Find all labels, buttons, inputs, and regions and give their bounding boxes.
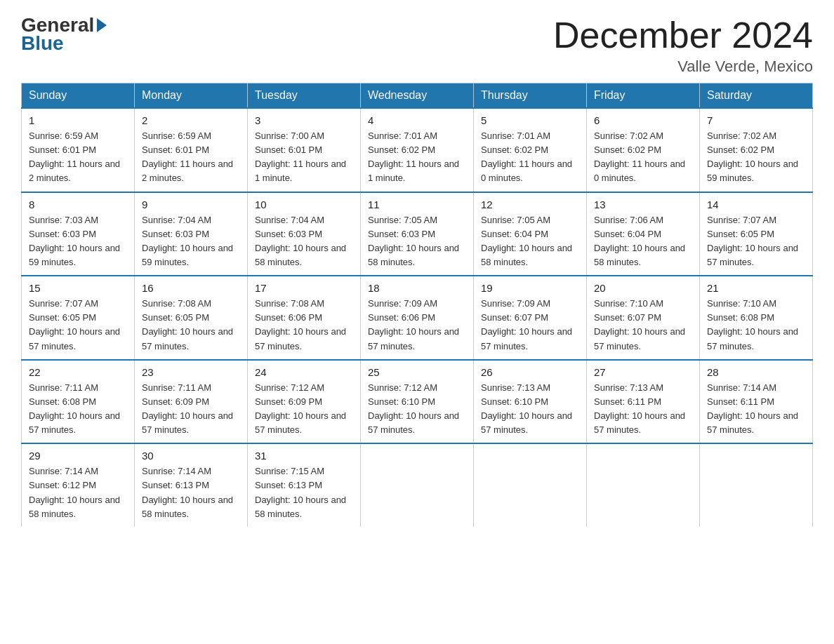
header-cell-wednesday: Wednesday: [361, 83, 474, 109]
sunrise-value: 7:04 AM: [291, 215, 324, 225]
calendar-body: 1 Sunrise: 6:59 AM Sunset: 6:01 PM Dayli…: [22, 108, 813, 527]
sunset-value: 6:01 PM: [289, 145, 322, 155]
sunrise-value: 7:11 AM: [178, 382, 211, 393]
calendar-cell: 1 Sunrise: 6:59 AM Sunset: 6:01 PM Dayli…: [22, 108, 135, 192]
sunrise-value: 7:07 AM: [743, 215, 776, 225]
calendar-cell: 3 Sunrise: 7:00 AM Sunset: 6:01 PM Dayli…: [248, 108, 361, 192]
sunset-label: Sunset:: [255, 396, 289, 407]
sunrise-label: Sunrise:: [29, 298, 65, 309]
sunset-label: Sunset:: [255, 480, 289, 490]
day-info: Sunrise: 7:14 AM Sunset: 6:11 PM Dayligh…: [707, 381, 805, 438]
day-info: Sunrise: 7:11 AM Sunset: 6:09 PM Dayligh…: [142, 381, 240, 438]
day-info: Sunrise: 7:14 AM Sunset: 6:12 PM Dayligh…: [29, 464, 127, 521]
sunrise-label: Sunrise:: [29, 466, 65, 476]
sunrise-value: 7:10 AM: [743, 298, 776, 309]
sunset-value: 6:09 PM: [176, 396, 209, 407]
sunrise-label: Sunrise:: [142, 466, 178, 476]
daylight-label: Daylight:: [594, 410, 632, 421]
calendar-cell: 9 Sunrise: 7:04 AM Sunset: 6:03 PM Dayli…: [135, 192, 248, 276]
daylight-label: Daylight:: [29, 495, 67, 505]
sunset-value: 6:07 PM: [628, 312, 661, 323]
sunrise-label: Sunrise:: [368, 130, 404, 141]
sunrise-label: Sunrise:: [142, 298, 178, 309]
header-row: SundayMondayTuesdayWednesdayThursdayFrid…: [22, 83, 813, 109]
sunset-label: Sunset:: [368, 229, 402, 239]
title-section: December 2024 Valle Verde, Mexico: [553, 14, 813, 76]
calendar-cell: 20 Sunrise: 7:10 AM Sunset: 6:07 PM Dayl…: [587, 276, 700, 360]
sunrise-label: Sunrise:: [481, 215, 517, 225]
day-info: Sunrise: 7:13 AM Sunset: 6:10 PM Dayligh…: [481, 381, 579, 438]
daylight-label: Daylight:: [368, 410, 406, 421]
daylight-label: Daylight:: [255, 410, 293, 421]
sunset-label: Sunset:: [368, 312, 402, 323]
sunrise-label: Sunrise:: [707, 298, 743, 309]
calendar-cell: 10 Sunrise: 7:04 AM Sunset: 6:03 PM Dayl…: [248, 192, 361, 276]
day-info: Sunrise: 7:07 AM Sunset: 6:05 PM Dayligh…: [29, 297, 127, 354]
daylight-label: Daylight:: [368, 243, 406, 253]
daylight-label: Daylight:: [255, 243, 293, 253]
calendar-header: SundayMondayTuesdayWednesdayThursdayFrid…: [22, 83, 813, 109]
sunrise-value: 7:03 AM: [65, 215, 98, 225]
sunrise-value: 7:00 AM: [291, 130, 324, 141]
calendar-cell: 27 Sunrise: 7:13 AM Sunset: 6:11 PM Dayl…: [587, 360, 700, 444]
sunset-label: Sunset:: [29, 145, 62, 155]
sunrise-value: 7:13 AM: [630, 382, 663, 393]
sunset-label: Sunset:: [368, 396, 402, 407]
daylight-label: Daylight:: [481, 326, 519, 337]
calendar-cell: 14 Sunrise: 7:07 AM Sunset: 6:05 PM Dayl…: [700, 192, 813, 276]
sunset-label: Sunset:: [707, 229, 741, 239]
sunrise-label: Sunrise:: [594, 382, 630, 393]
day-info: Sunrise: 6:59 AM Sunset: 6:01 PM Dayligh…: [142, 129, 240, 186]
sunset-label: Sunset:: [29, 480, 62, 490]
sunset-value: 6:02 PM: [402, 145, 435, 155]
sunset-label: Sunset:: [594, 145, 628, 155]
sunset-label: Sunset:: [255, 312, 289, 323]
calendar-cell: 8 Sunrise: 7:03 AM Sunset: 6:03 PM Dayli…: [22, 192, 135, 276]
daylight-label: Daylight:: [594, 159, 632, 169]
header-cell-thursday: Thursday: [474, 83, 587, 109]
day-number: 21: [707, 282, 805, 294]
sunrise-label: Sunrise:: [29, 215, 65, 225]
sunset-value: 6:02 PM: [515, 145, 548, 155]
sunset-value: 6:01 PM: [62, 145, 96, 155]
day-number: 5: [481, 114, 579, 126]
sunrise-label: Sunrise:: [142, 130, 178, 141]
daylight-label: Daylight:: [481, 159, 519, 169]
day-number: 15: [29, 282, 127, 294]
sunrise-label: Sunrise:: [142, 382, 178, 393]
sunset-value: 6:08 PM: [62, 396, 96, 407]
sunrise-label: Sunrise:: [255, 215, 291, 225]
day-number: 4: [368, 114, 466, 126]
sunset-label: Sunset:: [594, 396, 628, 407]
sunset-value: 6:06 PM: [289, 312, 322, 323]
sunset-label: Sunset:: [29, 396, 62, 407]
sunset-label: Sunset:: [707, 396, 741, 407]
sunrise-label: Sunrise:: [29, 382, 65, 393]
sunrise-label: Sunrise:: [368, 382, 404, 393]
sunset-value: 6:13 PM: [289, 480, 322, 490]
calendar-cell: 13 Sunrise: 7:06 AM Sunset: 6:04 PM Dayl…: [587, 192, 700, 276]
header-cell-saturday: Saturday: [700, 83, 813, 109]
logo-blue-text: Blue: [21, 32, 64, 55]
sunset-value: 6:10 PM: [515, 396, 548, 407]
calendar-table: SundayMondayTuesdayWednesdayThursdayFrid…: [21, 83, 813, 527]
sunset-value: 6:11 PM: [628, 396, 661, 407]
sunset-value: 6:04 PM: [628, 229, 661, 239]
day-number: 20: [594, 282, 692, 294]
sunrise-value: 6:59 AM: [65, 130, 98, 141]
daylight-label: Daylight:: [707, 243, 745, 253]
calendar-cell: 23 Sunrise: 7:11 AM Sunset: 6:09 PM Dayl…: [135, 360, 248, 444]
calendar-week-4: 22 Sunrise: 7:11 AM Sunset: 6:08 PM Dayl…: [22, 360, 813, 444]
daylight-label: Daylight:: [29, 410, 67, 421]
sunset-value: 6:05 PM: [62, 312, 96, 323]
sunset-value: 6:03 PM: [176, 229, 209, 239]
sunset-value: 6:13 PM: [176, 480, 209, 490]
daylight-label: Daylight:: [707, 326, 745, 337]
day-number: 24: [255, 366, 353, 378]
calendar-cell: 30 Sunrise: 7:14 AM Sunset: 6:13 PM Dayl…: [135, 443, 248, 527]
sunset-label: Sunset:: [707, 312, 741, 323]
day-number: 29: [29, 450, 127, 462]
sunrise-label: Sunrise:: [707, 130, 743, 141]
day-info: Sunrise: 7:10 AM Sunset: 6:07 PM Dayligh…: [594, 297, 692, 354]
calendar-week-2: 8 Sunrise: 7:03 AM Sunset: 6:03 PM Dayli…: [22, 192, 813, 276]
